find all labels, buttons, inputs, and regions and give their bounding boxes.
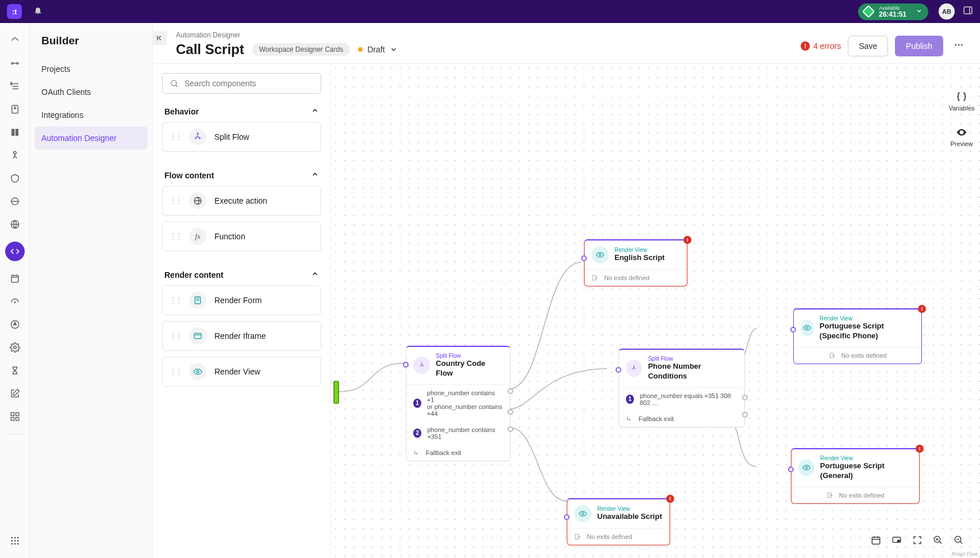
port-in[interactable] <box>403 362 409 368</box>
fullscreen-icon[interactable] <box>912 535 923 548</box>
variables-tool[interactable]: Variables <box>948 91 974 112</box>
node-phone-conditions[interactable]: Split Flow Phone Number Conditions 1 pho… <box>618 349 745 427</box>
component-render-view[interactable]: ⋮⋮ Render View <box>162 357 321 387</box>
component-execute-action[interactable]: ⋮⋮ Execute action <box>162 186 321 216</box>
rail-icon-8[interactable] <box>9 196 21 207</box>
port-in[interactable] <box>616 367 621 373</box>
calendar-icon[interactable] <box>871 535 881 548</box>
search-box[interactable] <box>162 73 321 94</box>
component-render-form[interactable]: ⋮⋮ Render Form <box>162 285 321 315</box>
errors-indicator[interactable]: ! 4 errors <box>801 41 841 51</box>
component-split-flow[interactable]: ⋮⋮ Split Flow <box>162 122 321 152</box>
condition-badge-1: 1 <box>413 399 421 408</box>
panel-toggle-icon[interactable] <box>963 5 973 18</box>
svg-rect-19 <box>11 412 14 415</box>
port-out[interactable] <box>508 409 513 415</box>
avatar[interactable]: AB <box>939 3 955 20</box>
node-english-script[interactable]: ! Render View English Script No exits de… <box>584 239 687 286</box>
node-portuguese-general[interactable]: ! Render View Portuguese Script (General… <box>791 448 920 504</box>
collapse-nav-icon[interactable] <box>153 31 167 45</box>
rail-icon-code[interactable] <box>5 242 25 261</box>
screen-icon[interactable] <box>891 535 902 548</box>
rail-icon-11[interactable] <box>9 273 21 284</box>
exit-icon <box>574 533 581 540</box>
node-type-label: Render View <box>820 315 914 322</box>
apps-icon[interactable] <box>9 535 21 546</box>
rail-icon-9[interactable] <box>9 219 21 230</box>
rail-icon-17[interactable] <box>9 411 21 422</box>
more-icon[interactable] <box>950 40 967 53</box>
svg-point-40 <box>199 137 200 139</box>
rail-icon-2[interactable] <box>9 58 21 69</box>
rail-icon-7[interactable] <box>9 173 21 184</box>
search-icon <box>170 79 179 88</box>
zoom-out-icon[interactable] <box>954 535 964 548</box>
save-button[interactable]: Save <box>848 36 888 56</box>
preview-tool[interactable]: Preview <box>950 127 973 147</box>
chevron-up-icon[interactable] <box>311 170 319 180</box>
component-label: Render View <box>214 367 260 376</box>
error-badge-icon: ! <box>916 445 924 453</box>
nav-item-oauth[interactable]: OAuth Clients <box>30 81 152 104</box>
chevron-up-icon[interactable] <box>311 270 319 280</box>
status-dropdown[interactable]: Draft <box>358 45 397 54</box>
node-country-code-flow[interactable]: Split Flow Country Code Flow 1 phone_num… <box>406 346 510 461</box>
context-chip[interactable]: Workspace Designer Cards <box>252 43 351 56</box>
drag-handle-icon[interactable]: ⋮⋮ <box>170 368 181 376</box>
node-portuguese-specific[interactable]: ! Render View Portuguese Script (Specifi… <box>793 308 922 364</box>
port-out[interactable] <box>508 426 513 432</box>
bell-icon[interactable] <box>33 6 43 17</box>
status-timer: 26:41:51 <box>879 11 906 18</box>
publish-button[interactable]: Publish <box>895 36 943 56</box>
rail-icon-3[interactable]: 1 <box>9 81 21 92</box>
port-out[interactable] <box>508 388 513 394</box>
rail-icon-5[interactable] <box>9 127 21 138</box>
node-type-label: Render View <box>614 247 664 253</box>
app-logo[interactable]: :t <box>7 4 22 19</box>
port-out[interactable] <box>742 395 748 400</box>
drag-handle-icon[interactable]: ⋮⋮ <box>170 133 181 141</box>
error-badge-icon: ! <box>683 236 691 244</box>
rail-icon-4[interactable] <box>9 104 21 115</box>
drag-handle-icon[interactable]: ⋮⋮ <box>170 197 181 205</box>
svg-point-35 <box>961 44 963 45</box>
component-function[interactable]: ⋮⋮ fx Function <box>162 221 321 251</box>
svg-point-28 <box>17 540 18 542</box>
svg-point-18 <box>13 346 16 349</box>
start-port[interactable] <box>333 381 339 404</box>
rail-icon-1[interactable] <box>9 35 21 46</box>
nav-item-automation[interactable]: Automation Designer <box>34 127 148 150</box>
page-title: Call Script <box>176 41 244 58</box>
svg-point-23 <box>11 537 13 538</box>
drag-handle-icon[interactable]: ⋮⋮ <box>170 296 181 304</box>
zoom-in-icon[interactable] <box>933 535 943 548</box>
svg-rect-21 <box>11 418 14 421</box>
port-in[interactable] <box>564 514 570 520</box>
nav-panel: Builder Projects OAuth Clients Integrati… <box>30 23 153 558</box>
port-out[interactable] <box>742 412 748 418</box>
search-input[interactable] <box>185 79 314 88</box>
chevron-down-icon <box>916 6 923 17</box>
rail-icon-16[interactable] <box>9 388 21 399</box>
rail-icon-15[interactable] <box>9 365 21 376</box>
availability-status[interactable]: Available 26:41:51 <box>858 3 928 20</box>
component-render-iframe[interactable]: ⋮⋮ Render Iframe <box>162 321 321 351</box>
drag-handle-icon[interactable]: ⋮⋮ <box>170 232 181 240</box>
rail-icon-12[interactable] <box>9 296 21 307</box>
drag-handle-icon[interactable]: ⋮⋮ <box>170 332 181 340</box>
nav-item-projects[interactable]: Projects <box>30 58 152 81</box>
port-in[interactable] <box>788 467 794 472</box>
node-unavailable-script[interactable]: ! Render View Unavailable Script No exit… <box>567 498 670 545</box>
svg-point-48 <box>599 254 601 256</box>
rail-icon-14[interactable] <box>9 342 21 353</box>
rail-icon-6[interactable] <box>9 150 21 161</box>
nav-item-integrations[interactable]: Integrations <box>30 104 152 127</box>
node-title: Portuguese Script (General) <box>820 461 912 481</box>
components-panel: Behavior ⋮⋮ Split Flow Flow content ⋮⋮ E… <box>153 64 331 558</box>
chevron-down-icon <box>390 45 398 53</box>
chevron-up-icon[interactable] <box>311 106 319 116</box>
port-in[interactable] <box>790 327 796 332</box>
flow-canvas[interactable]: Split Flow Country Code Flow 1 phone_num… <box>331 64 980 558</box>
rail-icon-13[interactable] <box>9 319 21 330</box>
port-in[interactable] <box>581 255 587 261</box>
